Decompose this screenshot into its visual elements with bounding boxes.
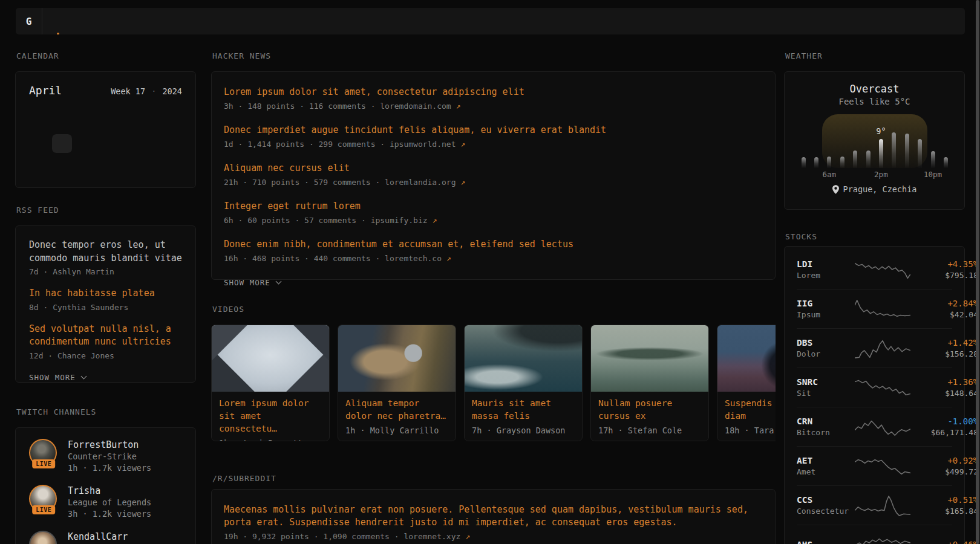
video-title-link[interactable]: Nullam posuere cursus ex	[598, 397, 701, 423]
weather-hour-bar	[827, 157, 831, 168]
stock-row[interactable]: CRN Bitcorn -1.00% $66,171.48	[797, 407, 952, 446]
news-item-link[interactable]: Donec imperdiet augue tincidunt felis al…	[224, 124, 763, 137]
video-title-link[interactable]: Aliquam tempor dolor nec pharetra…	[345, 397, 448, 423]
stock-change: +1.42%	[910, 337, 978, 349]
page-tab[interactable]	[87, 8, 106, 34]
avatar[interactable]	[29, 531, 57, 544]
rss-item-list: Donec tempor eros leo, ut commodo mauris…	[29, 239, 182, 361]
hackernews-show-more-button[interactable]: SHOW MORE	[224, 278, 281, 287]
app-logo[interactable]: G	[16, 8, 42, 34]
twitch-channel-row[interactable]: LIVE Trisha League of Legends 3h · 1.2k …	[29, 485, 182, 520]
external-link-icon: ↗	[460, 178, 465, 187]
dot-separator: ·	[151, 86, 156, 96]
weather-hour-bar	[892, 132, 896, 168]
weather-current-temp: 9°	[869, 126, 893, 136]
live-badge: LIVE	[32, 459, 55, 468]
stock-numbers: +1.42% $156.28	[910, 337, 978, 360]
calendar-day	[161, 153, 181, 172]
stock-row[interactable]: CCS Consectetur +0.51% $165.84	[797, 485, 952, 525]
stock-symbol: CRN	[797, 415, 855, 427]
calendar-day	[96, 134, 116, 153]
stocks-widget: LDI Lorem +4.35% $795.18 IIG Ipsum	[784, 246, 965, 544]
location-pin-icon	[832, 185, 839, 194]
stock-row[interactable]: DBS Dolor +1.42% $156.28	[797, 328, 952, 368]
video-card[interactable]: Mauris sit amet massa felis 7h · Grayson…	[464, 325, 583, 441]
stock-sparkline	[855, 337, 910, 360]
news-meta-text: 21h · 710 points · 579 comments · loreml…	[224, 178, 456, 187]
news-item: Donec imperdiet augue tincidunt felis al…	[224, 124, 763, 150]
rss-show-more-button[interactable]: SHOW MORE	[29, 373, 86, 382]
rss-item-meta: 8d · Cynthia Saunders	[29, 302, 182, 313]
news-item-link[interactable]: Lorem ipsum dolor sit amet, consectetur …	[224, 86, 763, 99]
rss-item-link[interactable]: In hac habitasse platea	[29, 287, 182, 300]
video-thumbnail[interactable]	[465, 325, 582, 392]
video-card[interactable]: Aliquam tempor dolor nec pharetra… 1h · …	[338, 325, 456, 441]
channel-name[interactable]: KendallCarr	[68, 531, 128, 543]
news-item-link[interactable]: Donec enim nibh, condimentum et accumsan…	[224, 238, 763, 251]
stock-row[interactable]: AET Amet +0.92% $499.72	[797, 446, 952, 485]
weather-hour-label: 2pm	[867, 170, 894, 179]
stock-identity: LDI Lorem	[797, 258, 855, 281]
calendar-day	[52, 115, 72, 134]
rss-item-link[interactable]: Sed volutpat nulla nisl, a condimentum n…	[29, 323, 182, 349]
weather-hour-bar	[814, 157, 818, 168]
stock-change: +0.51%	[910, 494, 978, 506]
stock-price: $795.18	[910, 270, 978, 281]
rss-item-link[interactable]: Donec tempor eros leo, ut commodo mauris…	[29, 239, 182, 265]
page-tabs	[42, 8, 126, 34]
stock-row[interactable]: IIG Ipsum +2.84% $42.04	[797, 289, 952, 328]
twitch-channel-row[interactable]: LIVE KendallCarr	[29, 531, 182, 544]
hackernews-item-list: Lorem ipsum dolor sit amet, consectetur …	[224, 86, 763, 264]
video-title-link[interactable]: Lorem ipsum dolor sit amet consectetu…	[219, 397, 322, 435]
channel-info: Trisha League of Legends 3h · 1.2k viewe…	[68, 485, 151, 520]
twitch-channel-row[interactable]: LIVE ForrestBurton Counter-Strike 1h · 1…	[29, 439, 182, 474]
stock-identity: CRN Bitcorn	[797, 415, 855, 438]
stock-numbers: +0.51% $165.84	[910, 494, 978, 517]
subreddit-widget: Maecenas mollis pulvinar erat non posuer…	[211, 489, 776, 544]
stock-row[interactable]: SNRC Sit +1.36% $148.64	[797, 368, 952, 407]
calendar-day	[161, 115, 181, 134]
avatar-wrap: LIVE	[29, 439, 59, 474]
weather-section-title: WEATHER	[785, 52, 965, 60]
video-card[interactable]: Lorem ipsum dolor sit amet consectetu… 1…	[211, 325, 330, 441]
stock-row[interactable]: AHS +0.46%	[797, 525, 952, 544]
video-thumbnail[interactable]	[338, 325, 456, 392]
page-tab[interactable]	[48, 8, 68, 34]
video-thumbnail[interactable]	[591, 325, 708, 392]
video-title-link[interactable]: Suspendis diam	[725, 397, 776, 423]
video-card-body: Mauris sit amet massa felis 7h · Grayson…	[465, 392, 582, 441]
channel-info: KendallCarr	[68, 531, 128, 544]
scrollbar-thumb[interactable]	[976, 0, 979, 544]
middle-column: HACKER NEWS Lorem ipsum dolor sit amet, …	[211, 42, 776, 544]
weather-condition: Overcast	[785, 83, 964, 95]
channel-viewers: 3h · 1.2k viewers	[68, 508, 151, 520]
calendar-day	[52, 153, 72, 172]
video-meta: 17h · Stefan Cole	[598, 426, 701, 435]
video-thumbnail[interactable]	[717, 325, 776, 392]
video-title-link[interactable]: Mauris sit amet massa felis	[472, 397, 575, 423]
stock-sparkline	[855, 533, 910, 544]
video-card[interactable]: Suspendis diam 18h · Tara	[717, 325, 776, 441]
page-tab[interactable]	[106, 8, 126, 34]
weather-widget: Overcast Feels like 5°C 9°6am2pm10pm Pra…	[784, 71, 965, 210]
page-tab[interactable]	[68, 8, 87, 34]
rss-feed-widget: Donec tempor eros leo, ut commodo mauris…	[15, 225, 196, 383]
channel-name[interactable]: Trisha	[68, 485, 151, 497]
weather-hour-bar	[853, 151, 857, 168]
news-item-meta: 16h · 468 points · 440 comments · loremt…	[224, 253, 763, 264]
video-meta: 18h · Tara	[725, 426, 776, 435]
stock-row[interactable]: LDI Lorem +4.35% $795.18	[797, 250, 952, 289]
calendar-day	[139, 134, 159, 153]
stock-change: -1.00%	[910, 415, 978, 427]
news-item-link[interactable]: Integer eget rutrum lorem	[224, 200, 763, 213]
subreddit-post-link[interactable]: Maecenas mollis pulvinar erat non posuer…	[224, 504, 763, 529]
stock-price: $165.84	[910, 506, 978, 517]
news-item-link[interactable]: Aliquam nec cursus elit	[224, 162, 763, 175]
chevron-down-icon	[80, 373, 87, 379]
video-thumbnail[interactable]	[212, 325, 329, 392]
video-card[interactable]: Nullam posuere cursus ex 17h · Stefan Co…	[590, 325, 709, 441]
weather-hour-bar	[840, 157, 844, 168]
stock-sparkline	[855, 376, 910, 399]
channel-name[interactable]: ForrestBurton	[68, 439, 151, 451]
stock-change: +1.36%	[910, 376, 978, 388]
